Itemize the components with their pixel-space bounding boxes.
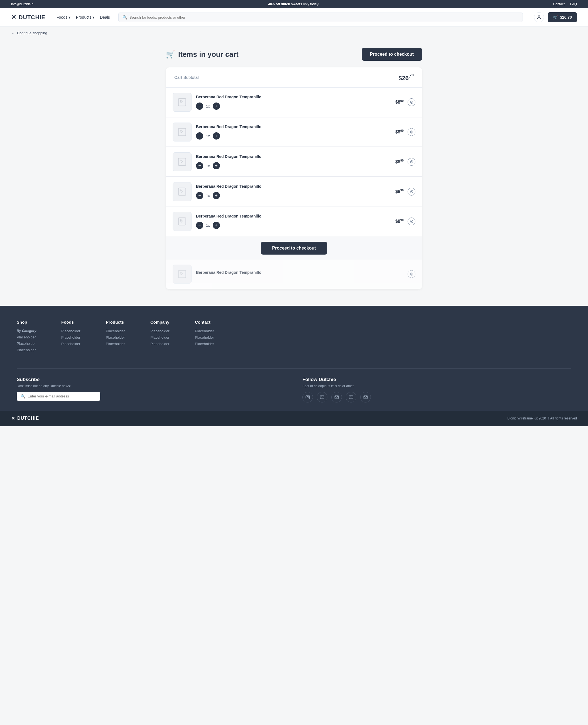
mail-icon-3[interactable] bbox=[346, 392, 356, 402]
footer-link[interactable]: Placeholder bbox=[106, 342, 134, 346]
qty-increase-2[interactable]: + bbox=[213, 132, 220, 140]
footer-col-shop-title: Shop bbox=[17, 320, 45, 325]
checkout-button-top[interactable]: Proceed to checkout bbox=[362, 48, 422, 61]
item-info-6: Berberana Red Dragon Tempranillo bbox=[196, 270, 407, 278]
main-nav: Foods ▾ Products ▾ Deals bbox=[57, 15, 110, 20]
nav-products[interactable]: Products ▾ bbox=[76, 15, 94, 20]
footer-link[interactable]: Placeholder bbox=[17, 335, 45, 339]
item-info-4: Berberana Red Dragon Tempranillo − 1x + bbox=[196, 184, 395, 200]
cart-subtotal: Cart Subtotal $26.70 bbox=[166, 67, 422, 88]
item-price-2: $890 bbox=[395, 129, 404, 134]
item-price-1: $890 bbox=[395, 99, 404, 105]
qty-increase-5[interactable]: + bbox=[213, 222, 220, 229]
email-input[interactable] bbox=[27, 394, 96, 398]
qty-value-2: 1x bbox=[206, 134, 210, 138]
item-info-3: Berberana Red Dragon Tempranillo − 1x + bbox=[196, 154, 395, 170]
footer-col-company: Company Placeholder Placeholder Placehol… bbox=[150, 320, 178, 354]
item-name-2: Berberana Red Dragon Tempranillo bbox=[196, 124, 395, 130]
footer: Shop By Category Placeholder Placeholder… bbox=[0, 306, 588, 411]
footer-link[interactable]: Placeholder bbox=[195, 335, 223, 339]
footer-col-company-title: Company bbox=[150, 320, 178, 325]
faq-link[interactable]: FAQ bbox=[570, 2, 577, 6]
logo-icon: ✕ bbox=[11, 14, 16, 21]
social-icons bbox=[302, 392, 571, 402]
search-bar[interactable]: 🔍 bbox=[118, 13, 523, 22]
cart-title: 🛒 Items in your cart bbox=[166, 50, 238, 59]
footer-columns: Shop By Category Placeholder Placeholder… bbox=[17, 320, 571, 354]
subtotal-cents: .70 bbox=[409, 75, 414, 79]
qty-decrease-2[interactable]: − bbox=[196, 132, 203, 140]
item-image-4 bbox=[173, 182, 192, 201]
item-image-6 bbox=[173, 265, 192, 284]
footer-link[interactable]: Placeholder bbox=[150, 335, 178, 339]
footer-link[interactable]: Placeholder bbox=[195, 342, 223, 346]
remove-item-1[interactable]: ⊗ bbox=[407, 98, 415, 106]
footer-link[interactable]: Placeholder bbox=[195, 329, 223, 333]
footer-link[interactable]: Placeholder bbox=[61, 335, 89, 339]
table-row: Berberana Red Dragon Tempranillo − 1x + … bbox=[166, 88, 422, 117]
header-actions: 🛒 $26.70 bbox=[534, 12, 577, 22]
qty-decrease-4[interactable]: − bbox=[196, 192, 203, 199]
chevron-down-icon: ▾ bbox=[68, 15, 70, 20]
mail-icon-4[interactable] bbox=[360, 392, 371, 402]
item-qty-2: − 1x + bbox=[196, 132, 395, 140]
remove-item-5[interactable]: ⊗ bbox=[407, 218, 415, 225]
item-qty-4: − 1x + bbox=[196, 192, 395, 199]
footer-link[interactable]: Placeholder bbox=[61, 342, 89, 346]
top-bar-promo: 40% off dutch sweets only today! bbox=[268, 2, 319, 6]
footer-link[interactable]: Placeholder bbox=[106, 335, 134, 339]
table-row: Berberana Red Dragon Tempranillo − 1x + … bbox=[166, 207, 422, 236]
footer-link[interactable]: Placeholder bbox=[17, 348, 45, 352]
qty-decrease-1[interactable]: − bbox=[196, 103, 203, 110]
nav-foods[interactable]: Foods ▾ bbox=[57, 15, 70, 20]
user-icon[interactable] bbox=[534, 12, 544, 22]
footer-col-foods-title: Foods bbox=[61, 320, 89, 325]
subscribe-form[interactable]: 🔍 bbox=[17, 392, 100, 401]
svg-point-12 bbox=[180, 272, 181, 273]
qty-increase-4[interactable]: + bbox=[213, 192, 220, 199]
cart-price: $26.70 bbox=[560, 15, 572, 20]
search-input[interactable] bbox=[129, 15, 519, 20]
mail-icon-1[interactable] bbox=[317, 392, 328, 402]
footer-logo-icon: ✕ bbox=[11, 416, 15, 421]
footer-link[interactable]: Placeholder bbox=[61, 329, 89, 333]
item-name-5: Berberana Red Dragon Tempranillo bbox=[196, 214, 395, 219]
back-arrow-icon: ← bbox=[11, 31, 15, 35]
qty-decrease-5[interactable]: − bbox=[196, 222, 203, 229]
checkout-button-bottom[interactable]: Proceed to checkout bbox=[261, 242, 327, 254]
cart-icon: 🛒 bbox=[553, 15, 558, 20]
footer-link[interactable]: Placeholder bbox=[150, 342, 178, 346]
instagram-icon[interactable] bbox=[302, 392, 313, 402]
back-nav[interactable]: ← Continue shopping bbox=[0, 26, 588, 40]
qty-increase-3[interactable]: + bbox=[213, 162, 220, 169]
footer-link[interactable]: Placeholder bbox=[150, 329, 178, 333]
table-row: Berberana Red Dragon Tempranillo ⊗ bbox=[166, 260, 422, 289]
top-bar-links: Contact FAQ bbox=[553, 2, 577, 6]
cart-button[interactable]: 🛒 $26.70 bbox=[548, 12, 577, 22]
top-bar: info@dutchie.nl 40% off dutch sweets onl… bbox=[0, 0, 588, 8]
remove-item-2[interactable]: ⊗ bbox=[407, 128, 415, 136]
nav-deals[interactable]: Deals bbox=[100, 15, 110, 20]
contact-link[interactable]: Contact bbox=[553, 2, 565, 6]
chevron-down-icon-2: ▾ bbox=[92, 15, 94, 20]
remove-item-3[interactable]: ⊗ bbox=[407, 158, 415, 166]
footer-link[interactable]: Placeholder bbox=[17, 341, 45, 346]
footer-copyright-bar: ✕ DUTCHIE Bionic Wireframe Kit 2020 ® Al… bbox=[0, 411, 588, 426]
remove-item-4[interactable]: ⊗ bbox=[407, 188, 415, 195]
svg-rect-13 bbox=[306, 395, 309, 399]
item-qty-3: − 1x + bbox=[196, 162, 395, 169]
remove-item-6[interactable]: ⊗ bbox=[407, 270, 415, 278]
item-name-3: Berberana Red Dragon Tempranillo bbox=[196, 154, 395, 160]
svg-point-0 bbox=[538, 16, 540, 17]
mail-icon-2[interactable] bbox=[331, 392, 342, 402]
logo[interactable]: ✕ DUTCHIE bbox=[11, 14, 45, 21]
search-icon-footer: 🔍 bbox=[21, 394, 25, 398]
item-name-4: Berberana Red Dragon Tempranillo bbox=[196, 184, 395, 189]
table-row: Berberana Red Dragon Tempranillo − 1x + … bbox=[166, 118, 422, 147]
footer-link[interactable]: Placeholder bbox=[106, 329, 134, 333]
qty-increase-1[interactable]: + bbox=[213, 103, 220, 110]
footer-col-shop: Shop By Category Placeholder Placeholder… bbox=[17, 320, 45, 354]
qty-decrease-3[interactable]: − bbox=[196, 162, 203, 169]
nav-deals-label: Deals bbox=[100, 15, 110, 20]
follow-title: Follow Dutchie bbox=[302, 377, 571, 382]
